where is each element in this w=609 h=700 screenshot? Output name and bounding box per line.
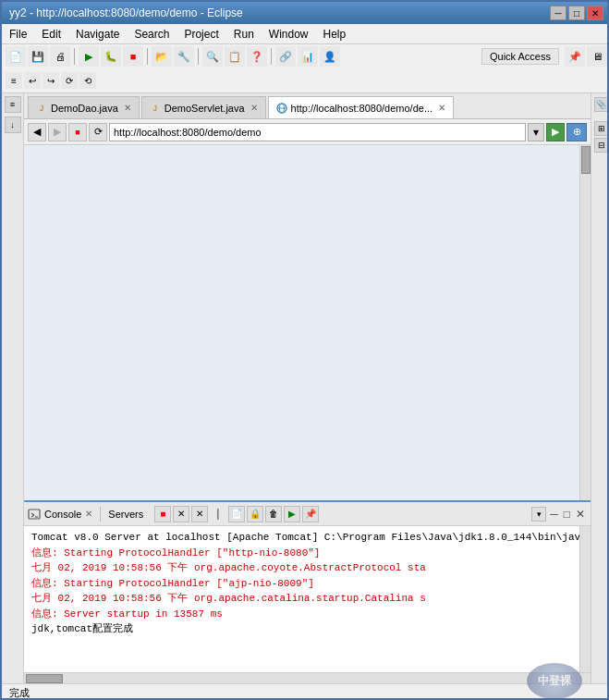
- toolbar-misc-1[interactable]: 🔗: [275, 46, 296, 67]
- tab-demodao[interactable]: J DemoDao.java ✕: [28, 96, 140, 118]
- console-hscroll[interactable]: [24, 672, 591, 683]
- toolbar-col-btn-2[interactable]: ↩: [24, 72, 41, 89]
- menu-window[interactable]: Window: [265, 26, 312, 43]
- console-stop-btn[interactable]: ■: [154, 506, 171, 522]
- title-bar: yy2 - http://localhost:8080/demo/demo - …: [2, 2, 609, 24]
- browser-content: [24, 145, 591, 500]
- console-lock-btn[interactable]: 🔒: [247, 506, 263, 522]
- back-button[interactable]: ◀: [28, 123, 46, 141]
- right-btn-1[interactable]: 📎: [594, 97, 609, 112]
- toolbar-col-btn-1[interactable]: ≡: [6, 72, 22, 89]
- console-sep-btn: │: [210, 506, 226, 522]
- console-minimize-btn[interactable]: ─: [548, 508, 560, 521]
- watermark: 中登裸 https://blog.csdn.n...: [513, 663, 596, 701]
- quick-access-button[interactable]: Quick Access: [481, 48, 559, 65]
- watermark-area: 中登裸 https://blog.csdn.n...: [520, 670, 603, 701]
- left-btn-2[interactable]: ↓: [5, 117, 21, 133]
- toolbar-print-btn[interactable]: 🖨: [50, 46, 70, 67]
- toolbar-col-btn-3[interactable]: ↪: [43, 72, 59, 89]
- browser-scrollbar-v[interactable]: [579, 145, 591, 500]
- scrollbar-thumb-v[interactable]: [581, 146, 591, 174]
- toolbar-col-btn-5[interactable]: ⟲: [79, 72, 96, 89]
- toolbar-misc-3[interactable]: 👤: [320, 46, 340, 67]
- toolbar-perspective-2[interactable]: 🖥: [587, 46, 607, 67]
- console-line-5: 信息: Server startup in 13587 ms: [31, 607, 583, 622]
- tab-demoservlet-close[interactable]: ✕: [250, 103, 258, 113]
- console-clear-btn[interactable]: 🗑: [265, 506, 282, 522]
- toolbar-row-1: 📄 💾 🖨 ▶ 🐛 ■ 📂 🔧 🔍 📋 ❓ 🔗 📊 👤 Quick Access…: [2, 44, 609, 68]
- toolbar-run-btn[interactable]: ▶: [79, 46, 99, 67]
- web-icon: [276, 103, 287, 114]
- console-remove-btn[interactable]: ✕: [191, 506, 208, 522]
- url-dropdown-btn[interactable]: ▾: [528, 123, 544, 141]
- tab-browser[interactable]: http://localhost:8080/demo/de... ✕: [268, 96, 455, 118]
- console-corner-buttons: ▾ ─ □ ✕: [531, 507, 587, 522]
- forward-button[interactable]: ▶: [48, 123, 67, 141]
- tab-browser-label: http://localhost:8080/demo/de...: [291, 103, 433, 114]
- menu-project[interactable]: Project: [180, 26, 222, 43]
- menu-edit[interactable]: Edit: [38, 26, 65, 43]
- tab-bar: J DemoDao.java ✕ J DemoServlet.java ✕ ht…: [24, 93, 591, 119]
- browser-nav-btn[interactable]: ⊕: [566, 123, 587, 141]
- console-in-btn[interactable]: ▶: [284, 506, 300, 522]
- menu-navigate[interactable]: Navigate: [72, 26, 123, 43]
- toolbar-search-btn[interactable]: 🔍: [202, 46, 223, 67]
- console-tab-label[interactable]: Console ✕: [28, 508, 92, 521]
- toolbar-save-btn[interactable]: 💾: [28, 46, 48, 67]
- toolbar-new-btn[interactable]: 📄: [6, 46, 26, 67]
- close-button[interactable]: ✕: [587, 6, 603, 20]
- console-pin-btn[interactable]: 📌: [302, 506, 319, 522]
- menu-run[interactable]: Run: [230, 26, 258, 43]
- console-maximize-btn[interactable]: □: [562, 508, 572, 521]
- menu-search[interactable]: Search: [130, 26, 173, 43]
- console-toolbar: ■ ✕ ✕ │ 📄 🔒 🗑 ▶ 📌: [154, 506, 319, 522]
- right-btn-3[interactable]: ⊟: [594, 138, 609, 153]
- tab-demodao-close[interactable]: ✕: [124, 103, 131, 113]
- servers-tab-label[interactable]: Servers: [108, 509, 143, 520]
- window-title: yy2 - http://localhost:8080/demo/demo - …: [9, 6, 243, 19]
- toolbar-help-btn[interactable]: ❓: [247, 46, 267, 67]
- toolbar-perspective-1[interactable]: 📌: [565, 46, 585, 67]
- toolbar-sep-4: [271, 48, 272, 65]
- menu-file[interactable]: File: [6, 26, 30, 43]
- toolbar-sep-3: [198, 48, 199, 65]
- menu-bar: File Edit Navigate Search Project Run Wi…: [2, 24, 609, 44]
- url-input[interactable]: [109, 123, 526, 141]
- right-btn-2[interactable]: ⊞: [594, 121, 609, 136]
- toolbar-debug-btn[interactable]: 🐛: [101, 46, 121, 67]
- console-line-2: 七月 02, 2019 10:58:56 下午 org.apache.coyot…: [31, 560, 583, 576]
- tab-demoservlet[interactable]: J DemoServlet.java ✕: [141, 96, 266, 118]
- menu-help[interactable]: Help: [320, 26, 350, 43]
- content-wrapper: ≡ ↓ J DemoDao.java ✕ J DemoServlet.java …: [2, 93, 609, 683]
- toolbar-ext-btn[interactable]: 🔧: [174, 46, 194, 67]
- console-icon: [28, 508, 41, 521]
- java-icon-2: J: [150, 103, 161, 114]
- stop-button[interactable]: ■: [68, 123, 87, 141]
- toolbar-task-btn[interactable]: 📋: [225, 46, 245, 67]
- svg-rect-3: [29, 510, 40, 519]
- console-hscroll-thumb[interactable]: [26, 674, 63, 683]
- tab-browser-close[interactable]: ✕: [438, 103, 445, 113]
- minimize-button[interactable]: ─: [550, 6, 566, 20]
- window-controls: ─ □ ✕: [550, 6, 603, 20]
- toolbar-misc-2[interactable]: 📊: [298, 46, 318, 67]
- toolbar-col-btn-4[interactable]: ⟳: [61, 72, 78, 89]
- console-dropdown-btn[interactable]: ▾: [531, 507, 546, 522]
- go-button[interactable]: ▶: [546, 123, 565, 141]
- toolbar-stop-btn[interactable]: ■: [123, 46, 143, 67]
- maximize-button[interactable]: □: [568, 6, 585, 20]
- console-close-x[interactable]: ✕: [85, 509, 92, 519]
- console-scrollbar-v[interactable]: [579, 526, 591, 672]
- toolbar-area: 📄 💾 🖨 ▶ 🐛 ■ 📂 🔧 🔍 📋 ❓ 🔗 📊 👤 Quick Access…: [2, 44, 609, 93]
- left-btn-1[interactable]: ≡: [5, 96, 21, 113]
- console-out-btn[interactable]: 📄: [228, 506, 245, 522]
- console-content: Tomcat v8.0 Server at localhost [Apache …: [24, 526, 591, 672]
- toolbar-sep-2: [147, 48, 148, 65]
- console-view-close-btn[interactable]: ✕: [574, 508, 587, 521]
- console-terminate-btn[interactable]: ✕: [173, 506, 189, 522]
- console-line-3: 信息: Starting ProtocolHandler ["ajp-nio-8…: [31, 576, 583, 592]
- console-sep: [100, 507, 101, 522]
- toolbar-open-btn[interactable]: 📂: [152, 46, 172, 67]
- toolbar-row-2: ≡ ↩ ↪ ⟳ ⟲: [2, 68, 609, 92]
- refresh-button[interactable]: ⟳: [89, 123, 107, 141]
